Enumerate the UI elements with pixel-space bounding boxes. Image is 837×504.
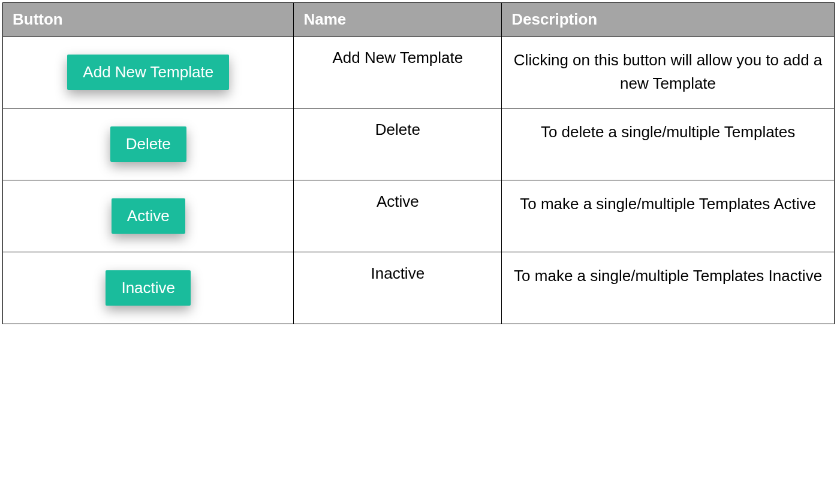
description-cell: To make a single/multiple Templates Inac… xyxy=(502,252,835,324)
active-button[interactable]: Active xyxy=(112,198,185,234)
inactive-button[interactable]: Inactive xyxy=(106,270,191,306)
button-cell: Active xyxy=(3,180,294,252)
header-description: Description xyxy=(502,3,835,37)
button-cell: Delete xyxy=(3,108,294,180)
description-cell: To make a single/multiple Templates Acti… xyxy=(502,180,835,252)
table-header-row: Button Name Description xyxy=(3,3,835,37)
name-cell: Delete xyxy=(294,108,502,180)
table-row: Add New Template Add New Template Clicki… xyxy=(3,37,835,108)
name-cell: Inactive xyxy=(294,252,502,324)
name-cell: Active xyxy=(294,180,502,252)
add-new-template-button[interactable]: Add New Template xyxy=(67,55,229,90)
buttons-reference-table: Button Name Description Add New Template… xyxy=(2,2,835,324)
description-cell: Clicking on this button will allow you t… xyxy=(502,37,835,108)
name-cell: Add New Template xyxy=(294,37,502,108)
table-row: Active Active To make a single/multiple … xyxy=(3,180,835,252)
table-row: Delete Delete To delete a single/multipl… xyxy=(3,108,835,180)
header-button: Button xyxy=(3,3,294,37)
header-name: Name xyxy=(294,3,502,37)
delete-button[interactable]: Delete xyxy=(110,126,186,162)
button-cell: Add New Template xyxy=(3,37,294,108)
table-row: Inactive Inactive To make a single/multi… xyxy=(3,252,835,324)
button-cell: Inactive xyxy=(3,252,294,324)
description-cell: To delete a single/multiple Templates xyxy=(502,108,835,180)
